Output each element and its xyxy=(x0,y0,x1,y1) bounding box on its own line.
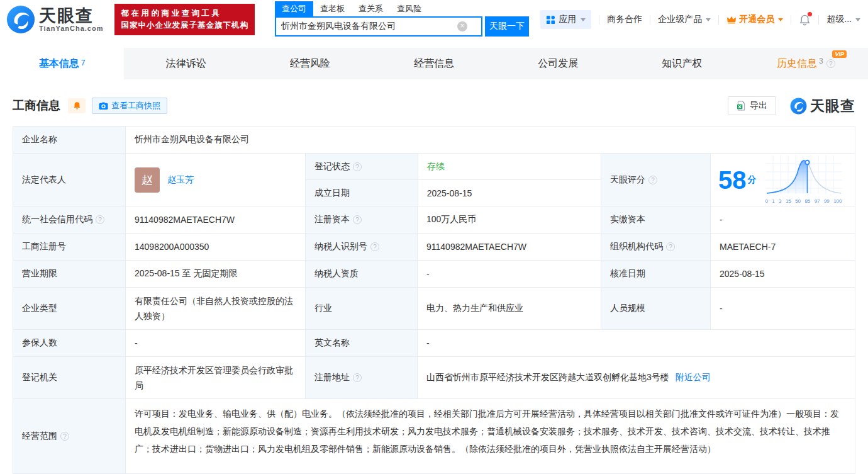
field-label: 参保人数 xyxy=(13,330,125,356)
watermark-logo: 天眼查 xyxy=(790,96,855,116)
tab-operating-info[interactable]: 经营信息 xyxy=(372,48,496,79)
watermark-logo-icon xyxy=(790,98,807,115)
status-date-subtable: 登记状态 ? 存续 成立日期 2025-08-15 xyxy=(305,154,601,206)
user-name: 超级... xyxy=(826,14,852,25)
tab-label: 法律诉讼 xyxy=(166,57,206,71)
tab-label: 经营风险 xyxy=(290,57,330,71)
help-icon[interactable]: ? xyxy=(370,242,379,251)
slogan-line1: 都在用的商业查询工具 xyxy=(121,8,248,20)
monitor-bell-button[interactable] xyxy=(68,98,86,113)
nav-open-member[interactable]: 开通会员 xyxy=(726,14,783,25)
field-label: 人员规模 xyxy=(601,288,710,329)
orange-bell-icon xyxy=(73,101,81,110)
field-label: 行业 xyxy=(305,288,417,329)
search-button[interactable]: 天眼一下 xyxy=(485,16,529,37)
table-row: 登记状态 ? 存续 xyxy=(306,154,601,180)
apps-grid-icon xyxy=(546,15,555,25)
nav-cooperation[interactable]: 商务合作 xyxy=(607,14,642,25)
table-row: 工商注册号 14098200A000350 纳税人识别号 ? 91140982M… xyxy=(13,234,855,261)
field-label: 成立日期 xyxy=(306,180,418,206)
tianyan-score-cell[interactable]: 58 分 xyxy=(710,154,855,206)
search-tab-relation[interactable]: 查关系 xyxy=(352,1,390,16)
search-tab-boss[interactable]: 查老板 xyxy=(313,1,352,16)
slogan-badge: 都在用的商业查询工具 国家中小企业发展子基金旗下机构 xyxy=(114,4,255,35)
tab-legal-proceedings[interactable]: 法律诉讼 xyxy=(124,48,248,79)
divider xyxy=(718,15,719,25)
help-icon[interactable]: ? xyxy=(826,59,835,68)
table-row: 企业名称 忻州市金朔风电设备有限公司 xyxy=(13,127,855,154)
table-row: 法定代表人 赵 赵玉芳 登记状态 ? 存续 成立日期 2025-08-15 xyxy=(13,154,855,206)
business-term-value: 2025-08-15 至 无固定期限 xyxy=(125,261,305,287)
notification-bell[interactable] xyxy=(799,14,811,26)
tianyancha-logo[interactable]: 天眼查 TianYanCha.com xyxy=(6,5,103,34)
export-label: 导出 xyxy=(750,100,767,111)
label-text: 登记状态 xyxy=(314,161,350,172)
enterprise-label: 企业级产品 xyxy=(658,14,702,25)
divider xyxy=(791,15,791,25)
help-icon[interactable]: ? xyxy=(353,215,362,224)
label-text: 纳税人识别号 xyxy=(314,241,367,252)
company-tab-bar: 基本信息 7 法律诉讼 经营风险 经营信息 公司发展 知识产权 VIP 历史信息… xyxy=(0,48,868,79)
field-label: 登记机关 xyxy=(13,357,125,398)
tab-label: 公司发展 xyxy=(538,57,578,71)
top-header: 天眼查 TianYanCha.com 都在用的商业查询工具 国家中小企业发展子基… xyxy=(0,0,868,39)
export-button[interactable]: 导出 xyxy=(728,96,776,115)
field-label: 企业名称 xyxy=(13,127,125,153)
chevron-down-icon xyxy=(855,18,860,21)
tab-operating-risk[interactable]: 经营风险 xyxy=(248,48,372,79)
table-row: 统一社会信用代码 ? 91140982MAETAECH7W 注册资本 ? 100… xyxy=(13,206,855,234)
business-snapshot-button[interactable]: 查看工商快照 xyxy=(92,98,167,114)
reg-capital-value: 100万人民币 xyxy=(417,206,601,233)
help-icon[interactable]: ? xyxy=(353,162,362,171)
score-distribution-chart: 01 315 5085 9799 100 xyxy=(765,155,842,204)
nearby-companies-link[interactable]: 附近公司 xyxy=(676,372,711,383)
tab-label: 基本信息 xyxy=(39,57,79,71)
table-row: 成立日期 2025-08-15 xyxy=(306,180,601,206)
help-icon[interactable]: ? xyxy=(666,242,675,251)
paid-capital-value: - xyxy=(710,206,855,233)
snapshot-label: 查看工商快照 xyxy=(111,100,160,111)
nav-enterprise[interactable]: 企业级产品 xyxy=(658,14,711,25)
help-icon[interactable]: ? xyxy=(96,215,104,224)
brand-domain: TianYanCha.com xyxy=(39,25,103,32)
divider xyxy=(650,15,650,25)
field-label: 经营范围 ? xyxy=(13,399,125,473)
field-label: 英文名称 xyxy=(305,330,417,356)
search-tab-company[interactable]: 查公司 xyxy=(275,1,313,16)
help-icon[interactable]: ? xyxy=(648,176,657,184)
legal-rep-link[interactable]: 赵玉芳 xyxy=(167,174,194,186)
tab-intellectual-property[interactable]: 知识产权 xyxy=(620,48,744,79)
header-nav: 应用 商务合作 企业级产品 开通会员 超级 xyxy=(540,10,860,29)
chevron-down-icon xyxy=(778,18,783,21)
help-icon[interactable]: ? xyxy=(60,432,69,441)
tab-label: 知识产权 xyxy=(662,57,702,71)
establish-date-value: 2025-08-15 xyxy=(418,180,601,206)
clear-search-icon[interactable]: × xyxy=(457,21,467,31)
watermark-text: 天眼查 xyxy=(810,96,855,116)
apps-menu[interactable]: 应用 xyxy=(540,10,591,29)
field-label: 营业期限 xyxy=(13,261,125,287)
slogan-line2: 国家中小企业发展子基金旗下机构 xyxy=(121,20,248,31)
business-info-table: 企业名称 忻州市金朔风电设备有限公司 法定代表人 赵 赵玉芳 登记状态 ? 存续… xyxy=(13,126,855,474)
search-tab-risk[interactable]: 查风险 xyxy=(390,1,428,16)
tab-company-development[interactable]: 公司发展 xyxy=(496,48,620,79)
reg-number-value: 14098200A000350 xyxy=(125,234,305,260)
field-label: 统一社会信用代码 ? xyxy=(13,206,125,233)
reg-address-value: 山西省忻州市原平经济技术开发区跨越大道双创孵化基地3号楼 xyxy=(426,372,669,383)
field-label: 实缴资本 xyxy=(601,206,710,233)
user-menu[interactable]: 超级... xyxy=(826,14,860,25)
legal-rep-avatar[interactable]: 赵 xyxy=(135,167,160,193)
help-icon[interactable]: ? xyxy=(353,373,362,382)
search-input[interactable] xyxy=(276,21,457,31)
search-box: × xyxy=(275,16,482,37)
section-title: 工商信息 xyxy=(13,98,60,114)
company-name-value: 忻州市金朔风电设备有限公司 xyxy=(125,127,855,153)
excel-icon xyxy=(737,101,746,111)
divider xyxy=(599,15,599,25)
search-area: 查公司 查老板 查关系 查风险 × 天眼一下 xyxy=(275,3,529,37)
tab-basic-info[interactable]: 基本信息 7 xyxy=(0,48,124,79)
english-name-value: - xyxy=(417,330,855,356)
table-row: 经营范围 ? 许可项目：发电业务、输电业务、供（配）电业务。（依法须经批准的项目… xyxy=(13,399,855,473)
crown-icon xyxy=(726,15,737,24)
tab-history-info[interactable]: VIP 历史信息 3 ? xyxy=(744,48,868,79)
